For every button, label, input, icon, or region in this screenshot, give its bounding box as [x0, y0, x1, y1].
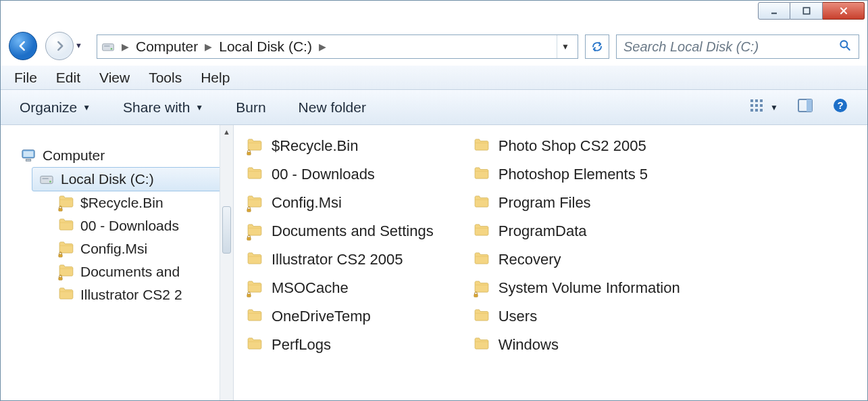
list-item[interactable]: MSOCache	[247, 279, 434, 297]
sidebar-scrollbar[interactable]: ▲	[220, 125, 233, 400]
menu-edit[interactable]: Edit	[56, 70, 80, 86]
search-placeholder: Search Local Disk (C:)	[623, 39, 759, 55]
organize-button[interactable]: Organize▼	[20, 99, 91, 116]
chevron-down-icon: ▼	[770, 103, 778, 112]
sidebar-label: Computer	[43, 147, 105, 164]
lock-icon	[245, 234, 253, 241]
menu-bar: File Edit View Tools Help	[1, 66, 867, 90]
close-icon	[838, 5, 849, 16]
list-item[interactable]: Illustrator CS2 2005	[247, 251, 434, 268]
burn-button[interactable]: Burn	[236, 99, 265, 116]
disk-icon	[101, 40, 115, 53]
arrow-left-icon	[16, 39, 30, 53]
list-item[interactable]: Documents and Settings	[247, 222, 434, 240]
views-button[interactable]: ▼	[748, 97, 778, 117]
item-label: ProgramData	[499, 222, 587, 240]
list-item[interactable]: System Volume Information	[474, 279, 680, 297]
folder-icon	[474, 167, 489, 179]
folder-icon	[247, 337, 262, 350]
nav-history-dropdown[interactable]: ▼	[75, 41, 82, 49]
minimize-button[interactable]	[758, 2, 790, 20]
item-label: MSOCache	[272, 279, 349, 297]
breadcrumb-localdisk[interactable]: Local Disk (C:)	[219, 39, 312, 55]
breadcrumb-computer[interactable]: Computer	[136, 39, 198, 55]
maximize-icon	[801, 5, 812, 16]
breadcrumb-sep-icon: ▶	[202, 41, 215, 52]
search-box[interactable]: Search Local Disk (C:)	[616, 34, 859, 59]
preview-pane-icon	[797, 97, 813, 117]
lock-icon	[57, 205, 64, 212]
new-folder-button[interactable]: New folder	[299, 99, 366, 116]
item-label: Users	[499, 308, 537, 325]
share-label: Share with	[123, 99, 190, 116]
help-button[interactable]	[832, 97, 848, 117]
list-item[interactable]: Config.Msi	[247, 194, 434, 212]
item-label: Program Files	[499, 194, 591, 212]
menu-file[interactable]: File	[14, 70, 37, 86]
window-controls	[758, 2, 865, 20]
chevron-down-icon: ▼	[195, 103, 203, 112]
item-label: Photo Shop CS2 2005	[499, 137, 646, 155]
list-item[interactable]: PerfLogs	[247, 336, 434, 354]
address-bar[interactable]: ▶ Computer ▶ Local Disk (C:) ▶ ▼	[97, 34, 578, 59]
list-item[interactable]: Users	[474, 308, 680, 325]
breadcrumb-sep-icon: ▶	[119, 41, 132, 52]
list-item[interactable]: 00 - Downloads	[247, 166, 434, 183]
menu-tools[interactable]: Tools	[149, 70, 182, 86]
item-label: Config.Msi	[272, 194, 342, 212]
views-icon	[748, 97, 765, 117]
disk-icon	[39, 172, 54, 186]
scroll-thumb[interactable]	[222, 206, 231, 254]
menu-help[interactable]: Help	[201, 70, 230, 86]
sidebar-item-folder[interactable]: 00 - Downloads	[1, 214, 233, 237]
sidebar-label: Illustrator CS2 2	[80, 287, 182, 303]
sidebar-label: Local Disk (C:)	[61, 171, 154, 187]
lock-icon	[57, 274, 64, 281]
arrow-right-icon	[53, 39, 66, 53]
lock-icon	[245, 149, 253, 156]
list-item[interactable]: $Recycle.Bin	[247, 137, 434, 155]
maximize-button[interactable]	[790, 2, 823, 20]
close-button[interactable]	[823, 2, 865, 20]
sidebar-item-computer[interactable]: Computer	[1, 144, 233, 167]
refresh-icon	[591, 41, 603, 53]
item-label: Recovery	[499, 251, 561, 268]
computer-icon	[21, 149, 36, 162]
list-item[interactable]: Photoshop Elements 5	[474, 166, 680, 183]
forward-button[interactable]	[45, 32, 74, 60]
item-label: PerfLogs	[272, 336, 331, 354]
list-item[interactable]: OneDriveTemp	[247, 308, 434, 325]
item-column-2: Photo Shop CS2 2005Photoshop Elements 5P…	[474, 137, 680, 354]
sidebar-item-folder[interactable]: Illustrator CS2 2	[1, 283, 233, 306]
sidebar-item-local-disk[interactable]: Local Disk (C:)	[32, 167, 225, 191]
sidebar-item-folder[interactable]: $Recycle.Bin	[1, 191, 233, 214]
menu-view[interactable]: View	[99, 70, 130, 86]
address-dropdown[interactable]: ▼	[557, 35, 573, 58]
folder-icon	[474, 309, 489, 321]
lock-icon	[57, 251, 64, 258]
sidebar-label: Config.Msi	[80, 241, 147, 257]
list-item[interactable]: Recovery	[474, 251, 680, 268]
list-item[interactable]: Photo Shop CS2 2005	[474, 137, 680, 155]
organize-label: Organize	[20, 99, 77, 116]
list-item[interactable]: ProgramData	[474, 222, 680, 240]
folder-icon	[474, 224, 489, 236]
toolbar: Organize▼ Share with▼ Burn New folder ▼	[1, 90, 867, 125]
preview-pane-button[interactable]	[797, 97, 813, 117]
list-item[interactable]: Program Files	[474, 194, 680, 212]
refresh-button[interactable]	[585, 34, 609, 59]
minimize-icon	[769, 5, 780, 16]
back-button[interactable]	[9, 32, 37, 60]
list-item[interactable]: Windows	[474, 336, 680, 354]
item-column-1: $Recycle.Bin00 - DownloadsConfig.MsiDocu…	[247, 137, 434, 354]
navigation-row: ▼ ▶ Computer ▶ Local Disk (C:) ▶ ▼ Searc…	[1, 28, 867, 66]
item-label: System Volume Information	[499, 279, 680, 297]
content-pane: $Recycle.Bin00 - DownloadsConfig.MsiDocu…	[234, 125, 867, 400]
folder-icon	[59, 218, 74, 231]
scroll-up-icon: ▲	[223, 128, 230, 136]
sidebar-item-folder[interactable]: Config.Msi	[1, 237, 233, 260]
sidebar-item-folder[interactable]: Documents and	[1, 260, 233, 283]
chevron-down-icon: ▼	[82, 103, 91, 112]
sidebar-label: $Recycle.Bin	[80, 195, 163, 211]
share-with-button[interactable]: Share with▼	[123, 99, 203, 116]
